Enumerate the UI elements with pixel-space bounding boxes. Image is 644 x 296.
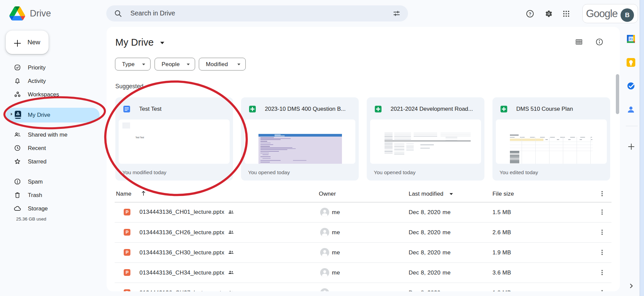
svg-text:?: ? [529,11,531,16]
svg-text:31: 31 [629,37,633,41]
